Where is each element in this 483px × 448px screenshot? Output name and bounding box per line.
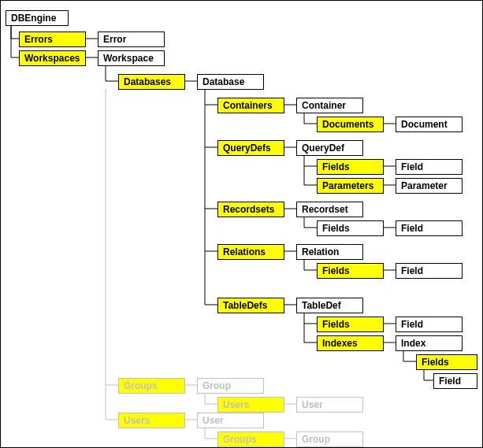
node-field-tabledef: Field (396, 317, 463, 332)
node-field-recordset: Field (396, 220, 463, 236)
node-field-querydef: Field (396, 159, 463, 175)
node-tabledef: TableDef (296, 298, 363, 313)
node-workspaces: Workspaces (19, 50, 86, 66)
node-group-in-user: Group (296, 431, 363, 447)
node-recordsets: Recordsets (217, 202, 284, 217)
node-groups: Groups (118, 378, 185, 394)
node-users: Users (118, 413, 185, 428)
node-relations: Relations (217, 244, 284, 260)
node-querydefs: QueryDefs (217, 140, 284, 156)
node-group: Group (197, 378, 264, 394)
node-fields-relation: Fields (317, 263, 384, 279)
node-fields-querydef: Fields (317, 159, 384, 175)
node-error: Error (98, 31, 165, 47)
node-tabledefs: TableDefs (217, 298, 284, 313)
node-querydef: QueryDef (296, 140, 363, 156)
node-groups-in-user: Groups (217, 431, 284, 447)
node-fields-index: Fields (416, 354, 477, 370)
node-container: Container (296, 98, 363, 113)
node-database: Database (197, 74, 264, 90)
node-index: Index (396, 335, 463, 351)
node-recordset: Recordset (296, 202, 363, 217)
node-parameter: Parameter (396, 178, 463, 194)
node-document: Document (396, 117, 463, 132)
node-user: User (197, 413, 264, 428)
node-parameters: Parameters (317, 178, 384, 194)
diagram-canvas: DBEngine Errors Error Workspaces Workspa… (0, 0, 483, 448)
node-errors: Errors (19, 31, 86, 47)
node-field-relation: Field (396, 263, 463, 279)
node-fields-tabledef: Fields (317, 317, 384, 332)
node-relation: Relation (296, 244, 363, 260)
node-user-in-group: User (296, 397, 363, 413)
node-field-index: Field (433, 373, 477, 389)
node-containers: Containers (217, 98, 284, 113)
node-workspace: Workspace (98, 50, 165, 66)
node-fields-recordset: Fields (317, 220, 384, 236)
node-dbengine: DBEngine (6, 10, 69, 26)
node-indexes: Indexes (317, 335, 384, 351)
node-documents: Documents (317, 117, 384, 132)
node-users-in-group: Users (217, 397, 284, 413)
node-databases: Databases (118, 74, 185, 90)
